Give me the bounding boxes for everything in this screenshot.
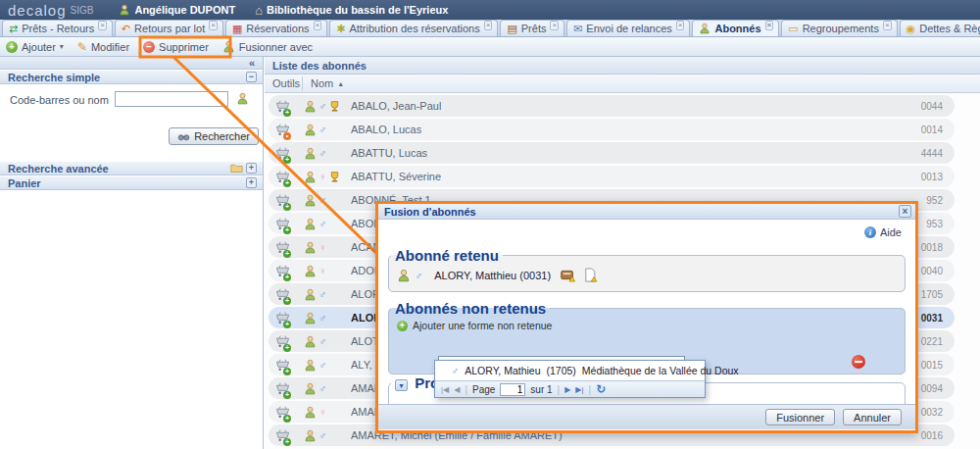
cart-icon[interactable]: +	[269, 405, 304, 420]
merge-confirm-button[interactable]: Fusionner	[765, 409, 835, 425]
cancel-label: Annuler	[854, 412, 891, 424]
tab-assign-reservations[interactable]: ✱Attribution des réservations×	[329, 20, 498, 36]
dialog-title-bar: Fusion d'abonnés ×	[378, 204, 915, 220]
subscriber-number: 952	[926, 195, 955, 206]
add-button[interactable]: + Ajouter ▾	[6, 41, 64, 53]
cart-icon[interactable]: +	[269, 217, 304, 231]
cart-status-icon: +	[283, 368, 291, 375]
cart-icon[interactable]: •	[269, 123, 304, 137]
cart-status-icon: +	[283, 344, 291, 352]
reminders-icon: ✉	[573, 24, 582, 34]
tab-label: Abonnés	[714, 23, 760, 34]
document-warning-icon[interactable]	[583, 268, 598, 282]
tab-close-icon[interactable]: ×	[209, 21, 218, 30]
subscriber-lookup-icon[interactable]	[236, 91, 249, 105]
table-row[interactable]: +♀ABATTU, Séverine0013	[269, 166, 955, 187]
delete-button[interactable]: − Supprimer	[143, 41, 209, 53]
tab-close-icon[interactable]: ×	[484, 21, 493, 30]
tab-groups[interactable]: ▭Regroupements×	[781, 20, 897, 36]
row-icons: ♂	[304, 312, 347, 324]
collapse-toggle-icon[interactable]: ▼	[395, 379, 408, 391]
column-nom[interactable]: Nom ▲	[311, 77, 344, 89]
tab-close-icon[interactable]: ×	[676, 21, 685, 30]
tab-reminders[interactable]: ✉Envoi de relances×	[566, 20, 690, 36]
section-panier[interactable]: Panier +	[0, 175, 263, 190]
tab-close-icon[interactable]: ×	[883, 21, 892, 30]
row-icons: ♂	[304, 100, 347, 113]
tab-loans-returns[interactable]: ⇄Prêts - Retours×	[2, 20, 113, 36]
male-icon: ♂	[451, 365, 459, 376]
table-row[interactable]: +♂ABALO, Jean-Paul0044	[269, 95, 955, 117]
result-library: Médiathèque de la Vallée du Doux	[582, 365, 739, 376]
table-row[interactable]: +♂ABATTU, Lucas4444	[269, 142, 955, 164]
current-library[interactable]: ⌂ Bibliothèque du bassin de l'Eyrieux	[255, 4, 448, 17]
male-icon: ♂	[415, 270, 422, 281]
female-icon: ♀	[318, 406, 326, 418]
list-column-header: Outils Nom ▲	[265, 75, 980, 93]
next-page-icon[interactable]: ▶	[564, 385, 570, 394]
cart-icon[interactable]: +	[269, 358, 304, 373]
table-row[interactable]: •♂ABALO, Lucas0014	[269, 119, 955, 140]
cart-icon[interactable]: +	[269, 311, 304, 325]
cart-icon[interactable]: +	[269, 287, 304, 302]
barcode-input[interactable]	[115, 91, 228, 107]
edit-button[interactable]: ✎ Modifier	[77, 40, 129, 54]
help-link[interactable]: i Aide	[864, 226, 902, 238]
cart-icon[interactable]: +	[269, 428, 304, 443]
refresh-icon[interactable]: ↻	[596, 382, 606, 396]
merge-with-button[interactable]: Fusionner avec	[222, 40, 313, 53]
tab-debts-payments[interactable]: ◉Dettes & Règlements×	[900, 20, 980, 36]
info-icon: i	[864, 226, 876, 238]
subscriber-number: 0031	[921, 313, 955, 324]
collapse-panel-button[interactable]: «	[249, 58, 255, 68]
tab-label: Prêts - Retours	[22, 23, 94, 34]
page-label: Page	[472, 384, 495, 395]
first-page-icon[interactable]: |◀	[441, 385, 449, 394]
cart-icon[interactable]: +	[269, 146, 304, 161]
female-icon: ♀	[318, 171, 326, 182]
collapse-section-icon[interactable]: −	[246, 72, 257, 82]
tab-batch-returns[interactable]: ↶Retours par lot×	[115, 20, 223, 36]
section-recherche-simple[interactable]: Recherche simple −	[0, 70, 263, 84]
row-icons: ♂	[304, 429, 347, 442]
cart-icon[interactable]: +	[269, 99, 304, 114]
cart-icon[interactable]: +	[269, 381, 304, 396]
tab-reservations[interactable]: ▦Réservations×	[225, 20, 327, 36]
tab-close-icon[interactable]: ×	[314, 21, 322, 30]
cart-icon[interactable]: +	[269, 193, 304, 208]
section-recherche-avancee[interactable]: Recherche avancée +	[0, 161, 263, 175]
person-icon	[304, 359, 317, 372]
tab-close-icon[interactable]: ×	[550, 21, 559, 30]
card-warning-icon[interactable]	[561, 268, 575, 282]
expand-section-icon[interactable]: +	[246, 163, 257, 174]
cart-icon[interactable]: +	[269, 264, 304, 278]
cart-icon[interactable]: +	[269, 240, 304, 255]
cart-status-icon: +	[283, 203, 291, 211]
row-icons: ♂	[304, 194, 347, 207]
tab-loans[interactable]: ▤Prêts×	[500, 20, 564, 36]
prev-page-icon[interactable]: ◀	[454, 385, 460, 394]
person-icon	[304, 265, 317, 277]
remove-icon[interactable]	[852, 355, 865, 369]
page-number-input[interactable]	[500, 383, 525, 396]
current-user[interactable]: Angélique DUPONT	[119, 4, 235, 16]
tab-close-icon[interactable]: ×	[765, 21, 774, 30]
result-item[interactable]: ♂ ALORY, Mathieu (1705) Médiathèque de l…	[435, 361, 705, 380]
search-button[interactable]: Rechercher	[169, 127, 259, 145]
tab-subscriber[interactable]: Abonnés×	[692, 20, 779, 36]
trophy-icon	[328, 171, 341, 183]
person-icon	[304, 171, 317, 183]
folder-icon[interactable]	[230, 162, 243, 175]
cart-icon[interactable]: +	[269, 334, 304, 349]
add-discarded-form-link[interactable]: + Ajouter une forme non retenue	[389, 317, 905, 331]
tab-close-icon[interactable]: ×	[98, 21, 107, 30]
cart-icon[interactable]: +	[269, 170, 304, 184]
cancel-button[interactable]: Annuler	[843, 409, 902, 425]
row-icons: ♂	[304, 147, 347, 160]
merge-button-label: Fusionner avec	[239, 41, 313, 53]
last-page-icon[interactable]: ▶|	[575, 385, 583, 394]
close-icon[interactable]: ×	[899, 205, 911, 218]
dialog-footer: Fusionner Annuler	[378, 404, 915, 429]
expand-panier-icon[interactable]: +	[246, 177, 257, 188]
search-button-label: Rechercher	[194, 130, 250, 142]
